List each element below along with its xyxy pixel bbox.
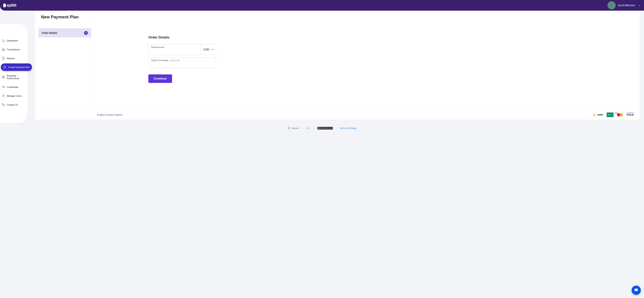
- sidebar-item-label: Credentials: [7, 86, 18, 88]
- footer-gdpr-icon: GDPR: [306, 126, 310, 130]
- currency-select[interactable]: USD: [201, 44, 216, 55]
- gear-icon: [2, 76, 5, 79]
- bell-icon: [2, 39, 5, 42]
- continue-button[interactable]: Continue: [148, 74, 172, 83]
- sidebar: Dashboard Transactions Reports Create Pa…: [0, 24, 28, 123]
- order-id-hint: (optional): [170, 59, 180, 62]
- svg-rect-5: [288, 128, 290, 129]
- sidebar-item-create-payment-plan[interactable]: Create Payment Plan: [1, 64, 32, 71]
- total-amount-input[interactable]: [151, 49, 198, 52]
- sidebar-item-label: Contact Us: [7, 104, 18, 106]
- sidebar-item-label: Branding Preferences: [7, 74, 26, 80]
- sidebar-item-label: Create Payment Plan: [8, 66, 30, 68]
- file-icon: [2, 57, 5, 60]
- visa-badge: VISA: [626, 112, 634, 117]
- sidebar-item-branding-preferences[interactable]: Branding Preferences: [0, 72, 28, 82]
- brand-name: splitit: [6, 3, 16, 8]
- gdpr-badge: 🔒 GDPR: [592, 112, 603, 117]
- sidebar-item-label: Reports: [7, 57, 15, 60]
- sidebar-item-label: Transactions: [7, 48, 20, 51]
- shield-card-icon: [2, 86, 5, 88]
- sidebar-item-label: Dashboard: [7, 39, 18, 42]
- svg-point-4: [3, 95, 4, 96]
- chat-launcher[interactable]: [632, 286, 641, 295]
- total-amount-label: Total Amount: [151, 46, 198, 48]
- sidebar-item-reports[interactable]: Reports: [0, 54, 28, 62]
- terms-privacy-link[interactable]: Terms & Privacy: [340, 127, 356, 130]
- lock-icon: 🔒: [593, 114, 596, 116]
- app-header: splitit Good Afternoon ▾: [0, 0, 644, 11]
- order-id-field[interactable]: Order ID Number (optional): [148, 58, 216, 68]
- compliance-badges: 🔒 GDPR PCI✔ VISA: [592, 112, 634, 117]
- page-footer: Secure | GDPR | PCI Security Standards C…: [0, 124, 644, 133]
- sidebar-item-label: Manage Users: [7, 94, 22, 97]
- pci-dss-badge: PCI✔: [606, 112, 614, 117]
- chat-icon: [634, 288, 638, 292]
- user-icon: [2, 94, 5, 98]
- phone-icon: [2, 103, 5, 106]
- brand-logo: splitit: [3, 3, 16, 8]
- form-section-title: Order Details: [148, 36, 636, 39]
- form-panel: Order Details Total Amount USD: [91, 11, 640, 110]
- file-plus-icon: [3, 66, 6, 69]
- step-order-details[interactable]: Order Details: [39, 28, 91, 38]
- svg-point-2: [3, 77, 4, 78]
- sidebar-item-manage-users[interactable]: Manage Users: [0, 92, 28, 100]
- main-card: New Payment Plan Order Details Order Det…: [35, 11, 640, 120]
- chevron-down-icon[interactable]: ▾: [639, 4, 640, 6]
- currency-value: USD: [204, 48, 210, 51]
- home-icon: [2, 48, 5, 51]
- chevron-right-icon: [84, 31, 88, 35]
- footer-pci-icon: PCI Security Standards Council: [318, 127, 333, 130]
- avatar[interactable]: [608, 1, 616, 10]
- sidebar-item-dashboard[interactable]: Dashboard: [0, 37, 28, 44]
- mastercard-badge: [617, 112, 623, 117]
- total-amount-field[interactable]: Total Amount: [148, 44, 201, 55]
- svg-rect-3: [2, 86, 4, 88]
- language-selector[interactable]: English (United States): [97, 114, 122, 116]
- card-footer: English (United States) 🔒 GDPR PCI✔ VISA: [35, 110, 640, 120]
- order-id-label: Order ID Number (optional): [151, 59, 213, 62]
- greeting-text: Good Afternoon: [618, 4, 635, 7]
- steps-panel: New Payment Plan Order Details: [35, 11, 91, 110]
- sidebar-item-transactions[interactable]: Transactions: [0, 46, 28, 53]
- logo-mark-icon: [3, 3, 6, 8]
- header-user-area[interactable]: Good Afternoon ▾: [608, 1, 640, 10]
- step-title: Order Details: [42, 32, 58, 34]
- order-id-input[interactable]: [151, 62, 213, 65]
- sidebar-container: Dashboard Transactions Reports Create Pa…: [0, 11, 35, 124]
- sidebar-item-contact-us[interactable]: Contact Us: [0, 101, 28, 108]
- sidebar-item-credentials[interactable]: Credentials: [0, 83, 28, 91]
- dropdown-arrow-icon: [212, 49, 213, 50]
- secure-badge: Secure: [288, 127, 299, 130]
- page-title: New Payment Plan: [35, 11, 91, 28]
